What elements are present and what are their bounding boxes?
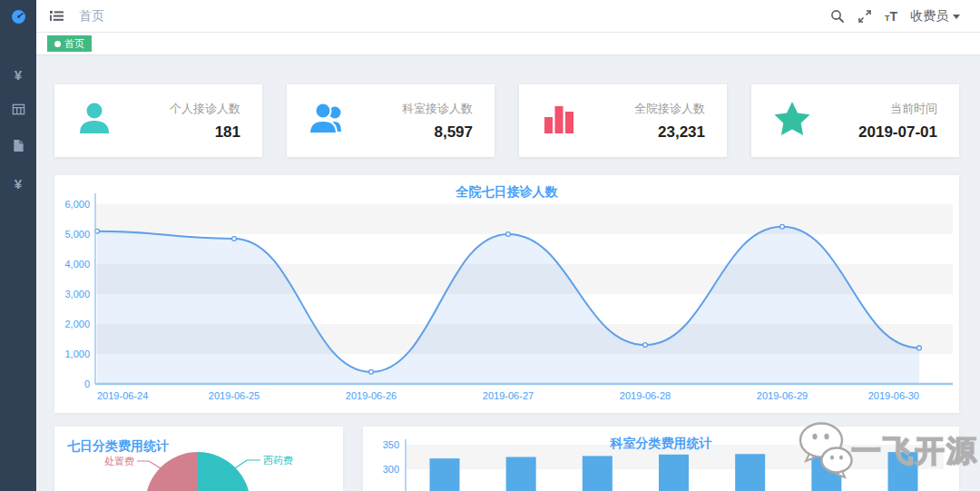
sidebar-item-dashboard[interactable] bbox=[0, 0, 36, 36]
card-personal-visits[interactable]: 个人接诊人数 181 bbox=[54, 84, 262, 157]
card-dept-visits[interactable]: 科室接诊人数 8,597 bbox=[287, 84, 495, 157]
svg-text:西药费: 西药费 bbox=[263, 455, 293, 466]
card-value: 2019-07-01 bbox=[858, 123, 937, 142]
svg-text:2019-06-29: 2019-06-29 bbox=[757, 390, 808, 401]
star-icon bbox=[771, 99, 813, 142]
dashboard-icon bbox=[11, 9, 26, 27]
table-icon bbox=[12, 103, 25, 119]
line-chart-title: 全院七日接诊人数 bbox=[54, 184, 959, 201]
svg-text:2019-06-30: 2019-06-30 bbox=[868, 390, 919, 401]
bar-chart-panel: 科室分类费用统计 350300 bbox=[363, 427, 959, 491]
svg-text:300: 300 bbox=[383, 464, 399, 475]
pie-chart: 处置费西药费 bbox=[54, 427, 343, 491]
tab-label: 首页 bbox=[64, 37, 84, 51]
svg-text:2019-06-25: 2019-06-25 bbox=[209, 390, 260, 401]
card-value: 23,231 bbox=[634, 123, 705, 142]
card-label: 当前时间 bbox=[858, 101, 937, 117]
line-chart: 01,0002,0003,0004,0005,0006,0002019-06-2… bbox=[54, 175, 959, 413]
card-label: 个人接诊人数 bbox=[170, 101, 240, 117]
card-value: 8,597 bbox=[402, 123, 473, 142]
svg-text:5,000: 5,000 bbox=[64, 229, 90, 240]
svg-text:4,000: 4,000 bbox=[64, 259, 90, 270]
line-chart-panel: 全院七日接诊人数 01,0002,0003,0004,0005,0006,000… bbox=[54, 175, 959, 413]
sidebar-item-table[interactable] bbox=[0, 93, 36, 129]
card-label: 科室接诊人数 bbox=[402, 101, 473, 117]
hamburger-icon[interactable] bbox=[49, 9, 64, 23]
svg-text:2019-06-24: 2019-06-24 bbox=[97, 390, 148, 401]
svg-text:3,000: 3,000 bbox=[64, 289, 90, 300]
svg-text:2019-06-27: 2019-06-27 bbox=[483, 390, 534, 401]
sidebar-item-report[interactable] bbox=[0, 129, 36, 165]
svg-text:2019-06-28: 2019-06-28 bbox=[620, 390, 671, 401]
pie-chart-title: 七日分类费用统计 bbox=[67, 438, 169, 455]
breadcrumb[interactable]: 首页 bbox=[79, 8, 104, 25]
svg-text:处置费: 处置费 bbox=[104, 456, 134, 466]
bar-chart-icon bbox=[539, 99, 579, 142]
card-hospital-visits[interactable]: 全院接诊人数 23,231 bbox=[519, 84, 727, 157]
bar-chart-title: 科室分类费用统计 bbox=[363, 436, 959, 452]
svg-text:0: 0 bbox=[84, 378, 90, 389]
sidebar: ¥ ¥ bbox=[0, 0, 36, 491]
search-icon[interactable] bbox=[830, 9, 845, 24]
yen-icon: ¥ bbox=[15, 67, 22, 83]
card-value: 181 bbox=[170, 123, 240, 142]
person-icon bbox=[74, 99, 114, 142]
font-size-icon[interactable]: TT bbox=[885, 8, 897, 25]
tags-view-bar: 首页 bbox=[36, 33, 980, 55]
pie-chart-panel: 七日分类费用统计 处置费西药费 bbox=[54, 427, 343, 491]
sidebar-item-charge[interactable]: ¥ bbox=[0, 56, 36, 93]
peoples-icon bbox=[307, 99, 348, 142]
svg-text:1,000: 1,000 bbox=[64, 349, 90, 359]
user-dropdown[interactable]: 收费员 bbox=[910, 8, 960, 25]
sidebar-item-fee[interactable]: ¥ bbox=[0, 165, 36, 201]
active-dot-icon bbox=[54, 41, 61, 47]
top-navbar: 首页 TT 收费员 bbox=[36, 0, 980, 33]
svg-text:2,000: 2,000 bbox=[64, 319, 90, 329]
svg-text:2019-06-26: 2019-06-26 bbox=[346, 390, 397, 401]
yen-icon: ¥ bbox=[15, 176, 22, 191]
document-icon bbox=[12, 139, 24, 155]
card-current-time[interactable]: 当前时间 2019-07-01 bbox=[751, 84, 959, 157]
fullscreen-icon[interactable] bbox=[858, 9, 872, 24]
card-label: 全院接诊人数 bbox=[634, 101, 705, 117]
user-name: 收费员 bbox=[910, 8, 948, 25]
tab-home[interactable]: 首页 bbox=[47, 35, 92, 52]
chevron-down-icon bbox=[953, 15, 960, 19]
